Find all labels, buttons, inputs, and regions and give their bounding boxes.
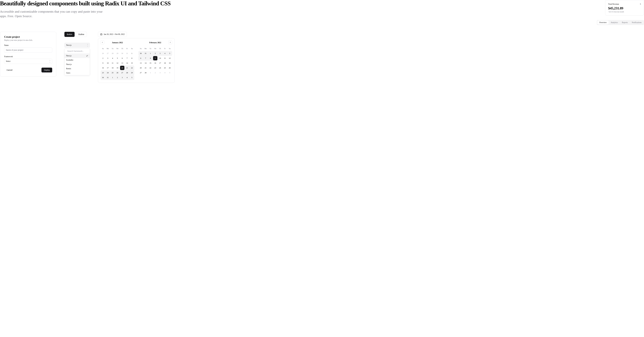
- calendar-day[interactable]: 10: [105, 61, 110, 66]
- prev-month-button[interactable]: [100, 40, 104, 44]
- calendar-day[interactable]: 30: [100, 75, 105, 80]
- calendar-day[interactable]: 3: [105, 56, 110, 61]
- calendar-day[interactable]: 17: [105, 66, 110, 70]
- date-range-button[interactable]: Jan 20, 2022 - Feb 09, 2022: [98, 32, 127, 37]
- calendar-day[interactable]: 24: [105, 70, 110, 75]
- calendar-day[interactable]: 26: [115, 70, 120, 75]
- calendar-day[interactable]: 5: [130, 75, 134, 80]
- calendar-day[interactable]: 5: [115, 56, 120, 61]
- calendar-day[interactable]: 31: [105, 75, 110, 80]
- calendar-day[interactable]: 15: [130, 61, 134, 66]
- calendar-day[interactable]: 13: [120, 61, 125, 66]
- day-of-week: Fr: [125, 46, 130, 51]
- calendar-day[interactable]: 1: [148, 51, 153, 56]
- calendar-day[interactable]: 23: [100, 70, 105, 75]
- calendar-day[interactable]: 8: [148, 56, 153, 61]
- calendar-day[interactable]: 29: [130, 70, 134, 75]
- combobox-item[interactable]: Nuxt.js: [64, 62, 90, 66]
- day-of-week: We: [115, 46, 120, 51]
- calendar-day[interactable]: 2: [100, 56, 105, 61]
- calendar-day[interactable]: 3: [120, 75, 125, 80]
- calendar-day[interactable]: 28: [110, 51, 115, 56]
- calendar-day[interactable]: 27: [105, 51, 110, 56]
- tab-overview[interactable]: Overview: [597, 20, 608, 24]
- calendar-day[interactable]: 3: [158, 70, 162, 75]
- calendar-day[interactable]: 3: [158, 51, 162, 56]
- combobox-item[interactable]: Astro: [64, 71, 90, 75]
- calendar-day[interactable]: 27: [120, 70, 125, 75]
- tab-analytics[interactable]: Analytics: [609, 20, 620, 24]
- calendar-day[interactable]: 4: [162, 51, 167, 56]
- calendar-day[interactable]: 23: [153, 66, 158, 70]
- calendar-day[interactable]: 2: [115, 75, 120, 80]
- calendar-day[interactable]: 5: [167, 51, 172, 56]
- chevron-left-icon: [102, 42, 103, 43]
- calendar-day[interactable]: 9: [100, 61, 105, 66]
- calendar-day[interactable]: 8: [130, 56, 134, 61]
- calendar-day[interactable]: 5: [167, 70, 172, 75]
- calendar-day[interactable]: 7: [143, 56, 148, 61]
- calendar-day[interactable]: 9: [153, 56, 158, 61]
- calendar-day[interactable]: 10: [158, 56, 162, 61]
- calendar-day[interactable]: 31: [143, 51, 148, 56]
- calendar-day[interactable]: 12: [167, 56, 172, 61]
- combobox-item[interactable]: SvelteKit: [64, 58, 90, 62]
- button-outline[interactable]: Outline: [76, 32, 87, 37]
- calendar-day[interactable]: 19: [115, 66, 120, 70]
- calendar-day[interactable]: 6: [120, 56, 125, 61]
- calendar-day[interactable]: 28: [125, 70, 130, 75]
- combobox-item[interactable]: Remix: [64, 66, 90, 71]
- calendar-day[interactable]: 16: [100, 66, 105, 70]
- calendar-day[interactable]: 7: [125, 56, 130, 61]
- calendar-day[interactable]: 28: [143, 70, 148, 75]
- calendar-day[interactable]: 25: [162, 66, 167, 70]
- combobox-item[interactable]: Next.js: [64, 54, 90, 58]
- calendar-day[interactable]: 18: [110, 66, 115, 70]
- cancel-button[interactable]: Cancel: [4, 68, 15, 72]
- calendar-day[interactable]: 11: [162, 56, 167, 61]
- calendar-day[interactable]: 22: [148, 66, 153, 70]
- calendar-day[interactable]: 1: [148, 70, 153, 75]
- calendar-day[interactable]: 20: [120, 66, 125, 70]
- calendar-day[interactable]: 27: [138, 70, 143, 75]
- calendar-day[interactable]: 24: [158, 66, 162, 70]
- calendar-day[interactable]: 30: [138, 51, 143, 56]
- calendar-day[interactable]: 19: [167, 61, 172, 66]
- button-primary[interactable]: Button: [64, 32, 74, 37]
- calendar-day[interactable]: 13: [138, 61, 143, 66]
- calendar-day[interactable]: 14: [143, 61, 148, 66]
- framework-select[interactable]: Select ⌃⌄: [4, 59, 52, 64]
- calendar-day[interactable]: 2: [153, 70, 158, 75]
- calendar-day[interactable]: 20: [138, 66, 143, 70]
- calendar-day[interactable]: 14: [125, 61, 130, 66]
- calendar-day[interactable]: 26: [167, 66, 172, 70]
- calendar-day[interactable]: 4: [162, 70, 167, 75]
- calendar-day[interactable]: 25: [110, 70, 115, 75]
- tab-reports[interactable]: Reports: [620, 20, 630, 24]
- calendar-day[interactable]: 22: [130, 66, 134, 70]
- combobox-trigger[interactable]: Next.js ⌃⌄: [64, 43, 90, 48]
- calendar-day[interactable]: 31: [125, 51, 130, 56]
- calendar-day[interactable]: 1: [110, 75, 115, 80]
- calendar-day[interactable]: 12: [115, 61, 120, 66]
- calendar-day[interactable]: 18: [162, 61, 167, 66]
- calendar-day[interactable]: 29: [115, 51, 120, 56]
- calendar-day[interactable]: 4: [125, 75, 130, 80]
- calendar-day[interactable]: 1: [130, 51, 134, 56]
- calendar-day[interactable]: 11: [110, 61, 115, 66]
- name-input[interactable]: [4, 48, 52, 52]
- calendar-day[interactable]: 21: [143, 66, 148, 70]
- calendar-day[interactable]: 16: [153, 61, 158, 66]
- calendar-day[interactable]: 26: [100, 51, 105, 56]
- deploy-button[interactable]: Deploy: [42, 68, 52, 72]
- calendar-day[interactable]: 21: [125, 66, 130, 70]
- calendar-day[interactable]: 2: [153, 51, 158, 56]
- calendar-day[interactable]: 15: [148, 61, 153, 66]
- next-month-button[interactable]: [168, 40, 172, 44]
- calendar-day[interactable]: 6: [138, 56, 143, 61]
- search-input[interactable]: [67, 50, 90, 52]
- calendar-day[interactable]: 4: [110, 56, 115, 61]
- calendar-day[interactable]: 17: [158, 61, 162, 66]
- calendar-day[interactable]: 30: [120, 51, 125, 56]
- tab-notifications[interactable]: Notifications: [630, 20, 644, 24]
